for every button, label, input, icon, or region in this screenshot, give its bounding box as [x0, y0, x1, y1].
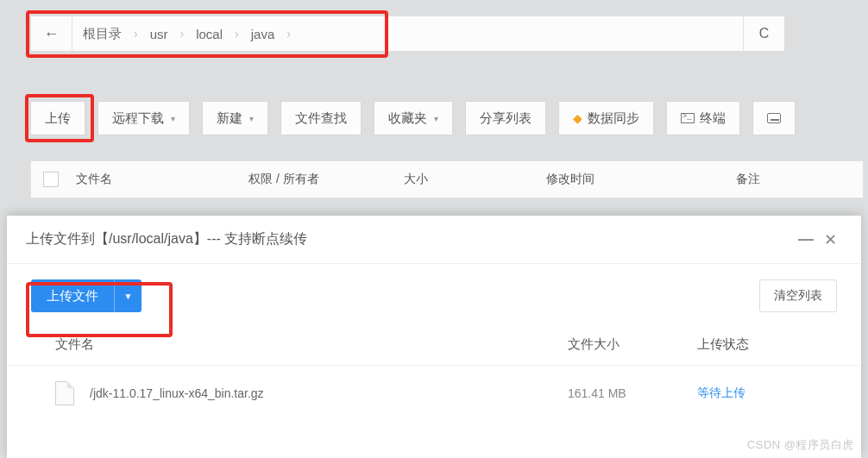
breadcrumb: ← 根目录 › usr › local › java › C [30, 16, 785, 52]
upload-file-label: 上传文件 [47, 288, 98, 304]
chevron-right-icon: › [280, 27, 298, 41]
disk-button[interactable] [752, 101, 796, 135]
toolbar-label: 收藏夹 [388, 110, 427, 127]
terminal-button[interactable]: 终端 [666, 101, 740, 135]
upload-row-status: 等待上传 [697, 386, 835, 401]
clear-list-label: 清空列表 [774, 288, 822, 304]
chevron-right-icon: › [173, 27, 192, 41]
upload-file-split-button: 上传文件 ▼ [31, 279, 142, 312]
share-list-button[interactable]: 分享列表 [465, 101, 546, 135]
terminal-icon [681, 113, 695, 123]
col-size[interactable]: 大小 [404, 172, 546, 187]
breadcrumb-item-local[interactable]: local [196, 27, 223, 41]
diamond-icon: ◆ [573, 111, 582, 125]
chevron-down-icon: ▾ [171, 114, 175, 123]
upload-col-size: 文件大小 [568, 336, 697, 353]
favorites-button[interactable]: 收藏夹 ▾ [374, 101, 453, 135]
breadcrumb-item-java[interactable]: java [251, 27, 275, 41]
clear-list-button[interactable]: 清空列表 [759, 279, 837, 312]
upload-modal: 上传文件到【/usr/local/java】--- 支持断点续传 — ✕ 上传文… [7, 216, 861, 458]
toolbar-label: 分享列表 [480, 110, 531, 127]
modal-toolbar: 上传文件 ▼ 清空列表 [7, 264, 861, 328]
col-mtime[interactable]: 修改时间 [546, 172, 736, 187]
upload-col-status: 上传状态 [697, 336, 835, 353]
file-icon [55, 381, 74, 405]
file-table-header: 文件名 权限 / 所有者 大小 修改时间 备注 [30, 160, 864, 198]
col-note[interactable]: 备注 [736, 172, 863, 187]
upload-file-button[interactable]: 上传文件 [31, 279, 114, 312]
chevron-right-icon: › [228, 27, 246, 41]
breadcrumb-path[interactable]: 根目录 › usr › local › java › [72, 16, 743, 51]
toolbar-label: 文件查找 [295, 110, 347, 127]
arrow-left-icon: ← [44, 25, 60, 43]
breadcrumb-root[interactable]: 根目录 [83, 26, 122, 42]
upload-button[interactable]: 上传 [30, 101, 85, 135]
col-filename[interactable]: 文件名 [76, 172, 248, 187]
disk-icon [767, 113, 781, 123]
modal-title: 上传文件到【/usr/local/java】--- 支持断点续传 [26, 230, 794, 248]
chevron-down-icon: ▾ [249, 114, 254, 123]
upload-file-dropdown[interactable]: ▼ [114, 279, 142, 312]
back-button[interactable]: ← [31, 16, 72, 51]
file-search-button[interactable]: 文件查找 [280, 101, 362, 135]
select-all-checkbox[interactable] [43, 172, 59, 187]
upload-list-row[interactable]: /jdk-11.0.17_linux-x64_bin.tar.gz 161.41… [7, 366, 861, 421]
refresh-icon: C [759, 26, 770, 41]
modal-titlebar: 上传文件到【/usr/local/java】--- 支持断点续传 — ✕ [7, 216, 861, 264]
close-icon: ✕ [824, 231, 837, 248]
watermark: CSDN @程序员白虎 [747, 437, 854, 453]
toolbar-label: 数据同步 [588, 110, 639, 127]
toolbar-label: 远程下载 [112, 110, 164, 127]
caret-down-icon: ▼ [124, 292, 133, 301]
refresh-button[interactable]: C [743, 16, 784, 51]
new-button[interactable]: 新建 ▾ [202, 101, 268, 135]
chevron-down-icon: ▾ [434, 114, 438, 123]
toolbar-label: 新建 [217, 110, 242, 127]
toolbar: 上传 远程下载 ▾ 新建 ▾ 文件查找 收藏夹 ▾ 分享列表 ◆ 数据同步 终端 [30, 101, 796, 135]
chevron-right-icon: › [127, 27, 145, 41]
data-sync-button[interactable]: ◆ 数据同步 [558, 101, 654, 135]
upload-row-size: 161.41 MB [568, 386, 697, 400]
col-perm-owner[interactable]: 权限 / 所有者 [248, 172, 404, 187]
upload-list-header: 文件名 文件大小 上传状态 [7, 328, 861, 366]
breadcrumb-item-usr[interactable]: usr [150, 27, 168, 41]
upload-col-name: 文件名 [55, 336, 568, 353]
toolbar-label: 上传 [45, 110, 71, 127]
remote-download-button[interactable]: 远程下载 ▾ [97, 101, 190, 135]
close-button[interactable]: ✕ [818, 230, 842, 249]
upload-row-name: /jdk-11.0.17_linux-x64_bin.tar.gz [90, 386, 568, 400]
toolbar-label: 终端 [700, 110, 726, 127]
minimize-button[interactable]: — [794, 230, 818, 248]
